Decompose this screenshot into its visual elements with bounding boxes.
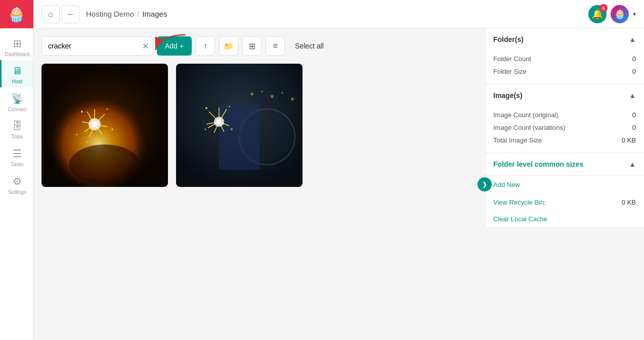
images-section-header[interactable]: Image(s) ▲ xyxy=(485,84,644,107)
folders-section-content: Folder Count 0 Folder Size 0 xyxy=(485,51,644,84)
folders-section-title: Folder(s) xyxy=(493,35,524,43)
svg-point-37 xyxy=(250,92,253,95)
folder-size-value: 0 xyxy=(632,68,636,75)
svg-point-33 xyxy=(205,107,207,109)
app-logo[interactable]: 🧁 xyxy=(0,0,33,28)
images-section-title: Image(s) xyxy=(493,91,523,100)
home-button[interactable]: ⌂ xyxy=(41,5,60,23)
image-count-variations-row: Image Count (variations) 0 xyxy=(493,121,636,134)
folder-count-label: Folder Count xyxy=(493,55,531,63)
recycle-bin-label: View Recycle Bin: xyxy=(493,199,546,206)
image-count-original-value: 0 xyxy=(632,111,636,119)
sidebar-label-connect: Connect xyxy=(8,107,26,112)
sparkler-man-image xyxy=(176,64,303,187)
svg-point-35 xyxy=(231,128,233,130)
add-label: Add xyxy=(165,42,178,50)
image-grid xyxy=(41,64,477,187)
select-all-button[interactable]: Select all xyxy=(289,36,330,56)
add-new-link[interactable]: Add New xyxy=(485,176,644,193)
breadcrumb: Hosting Demo / Images xyxy=(86,10,167,18)
sidebar-item-host[interactable]: 🖥 Host xyxy=(0,60,33,87)
folder-count-value: 0 xyxy=(632,55,636,63)
header-right: 🔔 6 🧁 ▾ xyxy=(588,5,636,23)
image-count-variations-value: 0 xyxy=(632,124,636,131)
images-section-content: Image Count (original) 0 Image Count (va… xyxy=(485,107,644,153)
folder-button[interactable]: 📁 xyxy=(219,36,238,56)
folders-section: Folder(s) ▲ Folder Count 0 Folder Size 0 xyxy=(485,28,644,84)
search-box: ✕ xyxy=(41,36,153,56)
sidebar-label-dashboard: Dashboard xyxy=(5,52,30,57)
total-image-size-row: Total Image Size 0 KB xyxy=(493,134,636,147)
panel-toggle-button[interactable]: ❯ xyxy=(478,177,492,191)
sort-icon: ≡ xyxy=(273,41,277,51)
svg-point-17 xyxy=(76,134,78,135)
search-input[interactable] xyxy=(41,36,153,56)
folders-chevron-icon: ▲ xyxy=(629,35,636,43)
image-count-variations-label: Image Count (variations) xyxy=(493,124,565,131)
grid-icon: ⊞ xyxy=(249,41,255,51)
breadcrumb-separator: / xyxy=(137,10,139,18)
images-chevron-icon: ▲ xyxy=(629,91,636,100)
content: ✕ Add + ↑ xyxy=(33,28,644,340)
sidebar-label-settings: Settings xyxy=(8,189,26,195)
upload-icon: ↑ xyxy=(203,41,207,51)
sidebar-item-data[interactable]: 🗄 Data xyxy=(0,115,33,142)
sidebar-label-data: Data xyxy=(12,134,22,139)
logo-icon: 🧁 xyxy=(8,6,25,23)
folder-icon: 📁 xyxy=(224,41,234,51)
svg-point-14 xyxy=(81,111,83,113)
upload-button[interactable]: ↑ xyxy=(196,36,215,56)
back-button[interactable]: ← xyxy=(62,5,80,23)
avatar[interactable]: 🧁 xyxy=(611,5,629,23)
sparkler-woman-image xyxy=(41,64,168,187)
images-section: Image(s) ▲ Image Count (original) 0 Imag… xyxy=(485,84,644,153)
folder-level-section[interactable]: Folder level common sizes ▲ xyxy=(485,153,644,176)
notification-badge: 6 xyxy=(599,4,608,12)
notification-button[interactable]: 🔔 6 xyxy=(588,5,607,23)
svg-point-16 xyxy=(111,128,113,130)
svg-point-38 xyxy=(261,90,263,92)
sidebar-item-settings[interactable]: ⚙ Settings xyxy=(0,170,33,198)
folders-section-header[interactable]: Folder(s) ▲ xyxy=(485,28,644,51)
folder-level-title: Folder level common sizes xyxy=(493,160,583,168)
avatar-dropdown-icon[interactable]: ▾ xyxy=(633,11,636,18)
total-image-size-value: 0 KB xyxy=(622,136,636,144)
svg-point-18 xyxy=(86,141,88,143)
toolbar: ✕ Add + ↑ xyxy=(41,36,477,56)
sidebar-item-tasks[interactable]: ☰ Tasks xyxy=(0,142,33,170)
svg-point-36 xyxy=(205,129,206,130)
host-icon: 🖥 xyxy=(12,65,22,77)
folder-size-row: Folder Size 0 xyxy=(493,65,636,78)
header-nav: ⌂ ← xyxy=(41,5,80,23)
sort-button[interactable]: ≡ xyxy=(266,36,285,56)
folder-level-chevron-icon: ▲ xyxy=(629,160,636,168)
sidebar-item-dashboard[interactable]: ⊞ Dashboard xyxy=(0,32,33,60)
data-icon: 🗄 xyxy=(12,120,22,132)
svg-point-40 xyxy=(281,92,283,94)
folder-count-row: Folder Count 0 xyxy=(493,53,636,65)
image-card-2[interactable] xyxy=(176,64,303,187)
image-card-1[interactable] xyxy=(41,64,168,187)
add-icon: + xyxy=(180,42,184,50)
image-count-original-row: Image Count (original) 0 xyxy=(493,109,636,121)
clear-local-cache-button[interactable]: Clear Local Cache xyxy=(485,211,555,227)
breadcrumb-parent[interactable]: Hosting Demo xyxy=(86,10,134,18)
svg-point-15 xyxy=(107,109,108,110)
clear-search-button[interactable]: ✕ xyxy=(142,41,149,51)
recycle-bin-value: 0 KB xyxy=(622,199,636,206)
svg-point-34 xyxy=(229,106,230,108)
grid-view-button[interactable]: ⊞ xyxy=(242,36,262,56)
image-count-original-label: Image Count (original) xyxy=(493,111,559,119)
svg-rect-22 xyxy=(219,104,260,170)
header: ⌂ ← Hosting Demo / Images 🔔 6 🧁 ▾ xyxy=(33,0,644,28)
settings-icon: ⚙ xyxy=(13,175,22,187)
tasks-icon: ☰ xyxy=(13,148,22,160)
svg-point-41 xyxy=(291,98,294,101)
breadcrumb-current: Images xyxy=(142,10,167,18)
recycle-bin-row[interactable]: View Recycle Bin: 0 KB xyxy=(485,193,644,211)
sidebar-item-connect[interactable]: 📡 Connect xyxy=(0,87,33,115)
connect-icon: 📡 xyxy=(11,92,24,105)
sidebar-label-tasks: Tasks xyxy=(11,162,24,167)
total-image-size-label: Total Image Size xyxy=(493,136,542,144)
add-button[interactable]: Add + xyxy=(157,36,192,56)
